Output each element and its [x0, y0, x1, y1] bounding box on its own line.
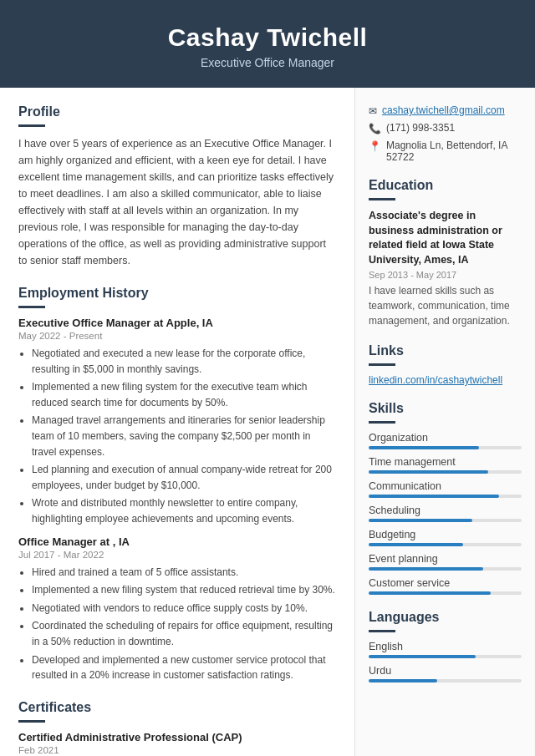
lang-name: Urdu — [369, 665, 522, 677]
skill-item: Customer service — [369, 577, 522, 595]
links-section: Links linkedin.com/in/cashaytwichell — [369, 343, 522, 386]
bullet: Developed and implemented a new customer… — [32, 652, 336, 683]
lang-bar-bg — [369, 655, 522, 658]
skill-item: Time management — [369, 456, 522, 474]
cert-1-date: Feb 2021 — [18, 745, 336, 755]
right-column: ✉ cashay.twichell@gmail.com 📞 (171) 998-… — [355, 88, 535, 756]
email-value[interactable]: cashay.twichell@gmail.com — [382, 104, 505, 116]
left-column: Profile I have over 5 years of experienc… — [0, 88, 355, 756]
job-2-bullets: Hired and trained a team of 5 office ass… — [18, 565, 336, 683]
links-divider — [369, 363, 395, 366]
languages-title: Languages — [369, 610, 522, 625]
bullet: Negotiated with vendors to reduce office… — [32, 601, 336, 616]
contact-phone: 📞 (171) 998-3351 — [369, 122, 522, 134]
skill-bar-fill — [369, 567, 483, 571]
bullet: Implemented a new filing system that red… — [32, 582, 336, 598]
skill-name: Event planning — [369, 553, 522, 565]
bullet: Wrote and distributed monthly newsletter… — [32, 495, 336, 526]
skills-section: Skills Organization Time management Comm… — [369, 401, 522, 595]
candidate-name: Cashay Twichell — [17, 23, 518, 52]
skill-bar-fill — [369, 470, 488, 474]
bullet: Negotiated and executed a new lease for … — [32, 346, 336, 377]
skill-bar-fill — [369, 591, 491, 595]
skill-bar-bg — [369, 495, 522, 498]
edu-description: I have learned skills such as teamwork, … — [369, 283, 522, 328]
skill-item: Budgeting — [369, 529, 522, 546]
skill-bar-fill — [369, 543, 463, 546]
phone-icon: 📞 — [369, 123, 381, 134]
links-title: Links — [369, 343, 522, 358]
skill-item: Event planning — [369, 553, 522, 571]
skill-name: Organization — [369, 432, 522, 444]
bullet: Led planning and execution of annual com… — [32, 462, 336, 493]
skill-item: Organization — [369, 432, 522, 449]
phone-value: (171) 998-3351 — [386, 122, 455, 134]
edu-degree: Associate's degree in business administr… — [369, 209, 522, 267]
job-2-title: Office Manager at , IA — [18, 535, 336, 548]
bullet: Hired and trained a team of 5 office ass… — [32, 565, 336, 581]
skill-name: Budgeting — [369, 529, 522, 540]
skills-title: Skills — [369, 401, 522, 416]
profile-title: Profile — [18, 104, 336, 119]
job-1: Executive Office Manager at Apple, IA Ma… — [18, 317, 336, 527]
skill-item: Communication — [369, 480, 522, 498]
skill-name: Scheduling — [369, 505, 522, 516]
language-item: English — [369, 641, 522, 658]
job-1-bullets: Negotiated and executed a new lease for … — [18, 346, 336, 527]
contact-address: 📍 Magnolia Ln, Bettendorf, IA 52722 — [369, 140, 522, 163]
certificates-title: Certificates — [18, 700, 336, 715]
contact-email: ✉ cashay.twichell@gmail.com — [369, 104, 522, 117]
languages-divider — [369, 630, 395, 632]
bullet: Coordinated the scheduling of repairs fo… — [32, 618, 336, 649]
skill-name: Communication — [369, 480, 522, 492]
lang-bar-bg — [369, 679, 522, 682]
education-title: Education — [369, 178, 522, 193]
address-value: Magnolia Ln, Bettendorf, IA 52722 — [386, 140, 522, 163]
skill-name: Time management — [369, 456, 522, 468]
profile-section: Profile I have over 5 years of experienc… — [18, 104, 336, 269]
skill-bar-fill — [369, 519, 472, 522]
bullet: Implemented a new filing system for the … — [32, 379, 336, 410]
edu-dates: Sep 2013 - May 2017 — [369, 270, 522, 280]
contact-section: ✉ cashay.twichell@gmail.com 📞 (171) 998-… — [369, 104, 522, 163]
skill-bar-bg — [369, 470, 522, 474]
skill-name: Customer service — [369, 577, 522, 589]
lang-bar-fill — [369, 655, 476, 658]
cert-1-title: Certified Administrative Professional (C… — [18, 731, 336, 743]
lang-bar-fill — [369, 679, 437, 682]
employment-divider — [18, 306, 45, 308]
skill-bar-fill — [369, 446, 479, 449]
resume-header: Cashay Twichell Executive Office Manager — [0, 0, 535, 88]
skills-list: Organization Time management Communicati… — [369, 432, 522, 595]
skill-bar-bg — [369, 519, 522, 522]
employment-title: Employment History — [18, 286, 336, 301]
profile-text: I have over 5 years of experience as an … — [18, 135, 336, 269]
skill-bar-bg — [369, 567, 522, 571]
skills-divider — [369, 421, 395, 424]
education-section: Education Associate's degree in business… — [369, 178, 522, 328]
employment-section: Employment History Executive Office Mana… — [18, 286, 336, 683]
job-1-dates: May 2022 - Present — [18, 331, 336, 341]
candidate-title: Executive Office Manager — [17, 56, 518, 69]
skill-bar-fill — [369, 495, 499, 498]
skill-item: Scheduling — [369, 505, 522, 522]
skill-bar-bg — [369, 543, 522, 546]
job-2-dates: Jul 2017 - Mar 2022 — [18, 550, 336, 560]
education-divider — [369, 198, 395, 200]
resume-body: Profile I have over 5 years of experienc… — [0, 88, 535, 756]
email-icon: ✉ — [369, 105, 377, 117]
languages-section: Languages English Urdu — [369, 610, 522, 682]
job-1-title: Executive Office Manager at Apple, IA — [18, 317, 336, 329]
languages-list: English Urdu — [369, 641, 522, 682]
profile-divider — [18, 124, 45, 127]
language-item: Urdu — [369, 665, 522, 682]
job-2: Office Manager at , IA Jul 2017 - Mar 20… — [18, 535, 336, 683]
linkedin-link[interactable]: linkedin.com/in/cashaytwichell — [369, 374, 522, 386]
resume-page: Cashay Twichell Executive Office Manager… — [0, 0, 535, 756]
skill-bar-bg — [369, 591, 522, 595]
cert-1: Certified Administrative Professional (C… — [18, 731, 336, 755]
certificates-divider — [18, 720, 45, 723]
lang-name: English — [369, 641, 522, 652]
certificates-section: Certificates Certified Administrative Pr… — [18, 700, 336, 756]
skill-bar-bg — [369, 446, 522, 449]
